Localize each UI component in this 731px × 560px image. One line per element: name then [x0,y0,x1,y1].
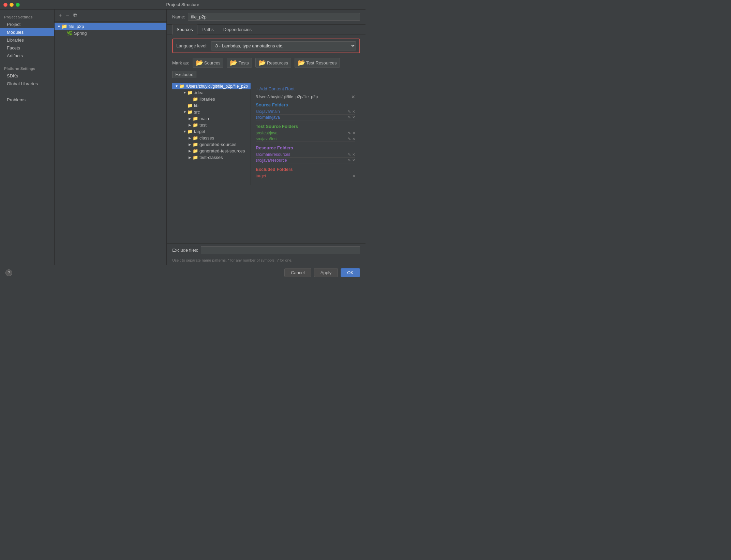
target-folder-icon: 📁 [187,129,193,134]
resources-mark-icon: 📂 [258,59,266,67]
mark-sources-label: Sources [204,60,221,65]
sidebar-item-modules[interactable]: Modules [0,28,54,36]
tab-dependencies[interactable]: Dependencies [219,25,256,34]
resource-folders-title: Resource Folders [256,145,355,150]
tree-item-src[interactable]: ▼ 📁 src [172,109,251,115]
resource-folder-entry-0: src/main/resources ✎ ✕ [256,152,355,158]
window-title: Project Structure [166,2,199,7]
main-layout: Project Settings Project Modules Librari… [0,10,366,265]
edit-test-source-1-button[interactable]: ✎ [348,137,351,141]
lib-label: lib [194,103,198,108]
language-level-select[interactable]: 8 - Lambdas, type annotations etc. 11 - … [211,41,356,50]
remove-module-button[interactable]: − [64,12,70,19]
test-source-folders-title: Test Source Folders [256,124,355,129]
tree-item-spring[interactable]: 🌿 Spring [55,30,166,36]
bottom-bar: ? Cancel Apply OK [0,265,366,280]
test-classes-folder-icon: 📁 [193,155,198,160]
sidebar-item-artifacts[interactable]: Artifacts [0,52,54,60]
edit-resource-0-button[interactable]: ✎ [348,152,351,157]
remove-excluded-0-button[interactable]: ✕ [352,174,355,178]
test-source-path-0: src/test/java [256,131,348,135]
sidebar-item-project[interactable]: Project [0,20,54,28]
sidebar-item-libraries[interactable]: Libraries [0,36,54,44]
apply-button[interactable]: Apply [314,268,338,277]
name-input[interactable] [188,13,360,21]
module-name: file_p2p [69,24,84,29]
tree-root-path[interactable]: ▼ 📁 /Users/zhuyidi/git/file_p2p/file_p2p [172,83,251,89]
source-path-0: src/java/main [256,109,348,114]
tree-item-test[interactable]: ▶ 📁 test [172,122,251,128]
mark-as-sources-button[interactable]: 📂 Sources [193,58,224,68]
test-resources-mark-icon: 📂 [298,59,305,67]
tree-item-classes[interactable]: ▶ 📁 classes [172,135,251,141]
mark-as-label: Mark as: [172,60,189,65]
tree-item-target[interactable]: ▼ 📁 target [172,128,251,135]
exclude-files-input[interactable] [201,246,360,254]
tree-item-generated-test-sources[interactable]: ▶ 📁 generated-test-sources [172,148,251,154]
sidebar-item-sdks[interactable]: SDKs [0,72,54,80]
tab-sources[interactable]: Sources [172,25,197,34]
add-content-root-button[interactable]: + Add Content Root [256,86,355,91]
edit-test-source-0-button[interactable]: ✎ [348,131,351,135]
edit-source-1-button[interactable]: ✎ [348,115,351,120]
exclude-files-label: Exclude files: [172,248,198,253]
mark-as-tests-button[interactable]: 📂 Tests [227,58,252,68]
tab-paths[interactable]: Paths [198,25,218,34]
maximize-button[interactable] [16,3,20,7]
root-path-label: /Users/zhuyidi/git/file_p2p/file_p2p [186,84,248,89]
test-classes-label: test-classes [199,155,223,160]
close-button[interactable] [3,3,8,7]
ok-button[interactable]: OK [341,268,360,277]
help-button[interactable]: ? [5,269,12,276]
excluded-folders-title: Excluded Folders [256,167,355,172]
edit-resource-1-button[interactable]: ✎ [348,158,351,163]
bottom-left: ? [5,269,12,276]
module-folder-icon: 📁 [61,24,67,29]
target-label: target [194,129,205,134]
cancel-button[interactable]: Cancel [284,268,311,277]
remove-content-root-button[interactable]: ✕ [351,94,355,100]
copy-module-button[interactable]: ⧉ [72,12,78,19]
mark-as-test-resources-button[interactable]: 📂 Test Resources [295,58,340,68]
resource-path-0: src/main/resources [256,152,348,157]
mark-as-excluded-button[interactable]: Excluded [172,71,196,78]
remove-resource-0-button[interactable]: ✕ [352,152,355,157]
tree-item-file-p2p[interactable]: ▼ 📁 file_p2p [55,23,166,30]
tree-item-lib[interactable]: 📁 lib [172,102,251,109]
root-expand-arrow: ▼ [175,84,179,88]
edit-source-0-button[interactable]: ✎ [348,109,351,114]
content-info: + Add Content Root /Users/zhuyidi/git/fi… [251,83,360,185]
language-level-label: Language level: [176,43,208,48]
minimize-button[interactable] [10,3,14,7]
tree-item-idea[interactable]: ▼ 📁 .idea [172,89,251,96]
remove-source-0-button[interactable]: ✕ [352,109,355,114]
remove-test-source-0-button[interactable]: ✕ [352,131,355,135]
remove-resource-1-button[interactable]: ✕ [352,158,355,163]
right-panel: Name: Sources Paths Dependencies Languag… [167,10,366,265]
sidebar-item-global-libraries[interactable]: Global Libraries [0,80,54,88]
sidebar-item-facets[interactable]: Facets [0,44,54,52]
traffic-lights [3,3,20,7]
libraries-folder-icon: 📁 [193,97,198,102]
add-module-button[interactable]: + [57,12,63,19]
resource-folder-entry-1: src/java/resource ✎ ✕ [256,158,355,163]
src-folder-icon: 📁 [187,109,193,115]
test-folder-icon: 📁 [193,122,198,128]
language-level-row: Language level: 8 - Lambdas, type annota… [172,39,360,53]
content-split: ▼ 📁 /Users/zhuyidi/git/file_p2p/file_p2p… [172,83,360,185]
test-source-folder-entry-0: src/test/java ✎ ✕ [256,130,355,136]
remove-source-1-button[interactable]: ✕ [352,115,355,120]
tree-item-main[interactable]: ▶ 📁 main [172,115,251,122]
tree-item-generated-sources[interactable]: ▶ 📁 generated-sources [172,141,251,148]
root-folder-icon: 📁 [179,84,184,89]
tree-item-test-classes[interactable]: ▶ 📁 test-classes [172,154,251,161]
content-tree: ▼ 📁 /Users/zhuyidi/git/file_p2p/file_p2p… [172,83,251,185]
mark-test-resources-label: Test Resources [306,60,337,65]
content-root-path: /Users/zhuyidi/git/file_p2p/file_p2p ✕ [256,94,355,100]
src-label: src [194,109,200,115]
mark-as-resources-button[interactable]: 📂 Resources [255,58,291,68]
tree-item-libraries[interactable]: 📁 libraries [172,96,251,102]
remove-test-source-1-button[interactable]: ✕ [352,137,355,141]
sidebar-item-problems[interactable]: Problems [0,96,54,104]
tests-mark-icon: 📂 [230,59,237,67]
